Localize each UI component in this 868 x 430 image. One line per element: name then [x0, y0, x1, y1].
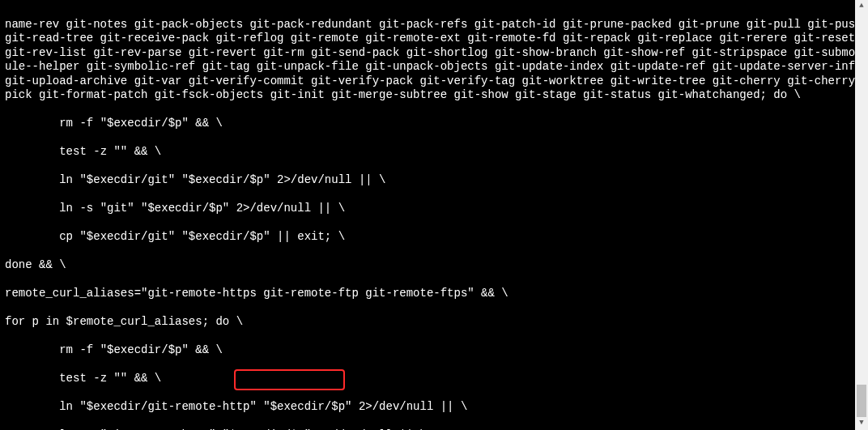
build-output-line: ln -s "git" "$execdir/$p" 2>/dev/null ||…	[5, 202, 345, 215]
build-output-line: cp "$execdir/git" "$execdir/$p" || exit;…	[5, 230, 345, 243]
build-output-line: name-rev git-notes git-pack-objects git-…	[5, 18, 868, 102]
build-output-line: for p in $remote_curl_aliases; do \	[5, 315, 243, 328]
build-output-line: ln "$execdir/git-remote-http" "$execdir/…	[5, 400, 467, 413]
scroll-thumb[interactable]	[857, 385, 866, 417]
scroll-track[interactable]	[855, 13, 868, 417]
build-output-line: done && \	[5, 258, 66, 271]
scroll-up-button[interactable]: ▲	[855, 0, 868, 13]
build-output-line: ln "$execdir/git" "$execdir/$p" 2>/dev/n…	[5, 173, 385, 186]
build-output-line: rm -f "$execdir/$p" && \	[5, 343, 223, 356]
build-output-line: remote_curl_aliases="git-remote-https gi…	[5, 287, 508, 300]
build-output-line: rm -f "$execdir/$p" && \	[5, 117, 223, 130]
terminal-output[interactable]: name-rev git-notes git-pack-objects git-…	[0, 0, 868, 430]
scrollbar[interactable]: ▲ ▼	[855, 0, 868, 430]
build-output-line: test -z "" && \	[5, 145, 161, 158]
build-output-line: test -z "" && \	[5, 372, 161, 385]
scroll-down-button[interactable]: ▼	[855, 417, 868, 430]
